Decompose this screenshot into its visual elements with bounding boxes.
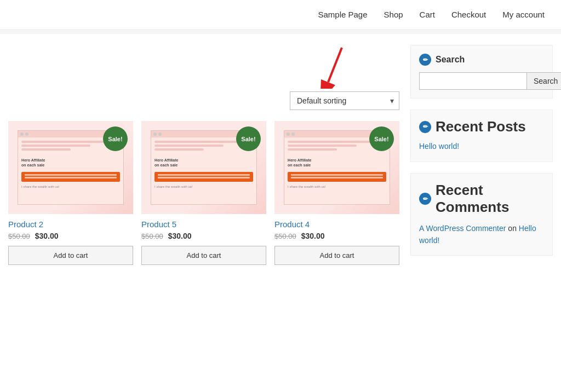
- price-old-2: $50.00: [8, 232, 30, 240]
- recent-comments-title: ✏ Recent Comments: [419, 182, 544, 216]
- svg-line-1: [328, 48, 342, 82]
- product-name-2[interactable]: Product 2: [8, 220, 133, 229]
- comment-on-word: on: [508, 224, 517, 233]
- nav-shop[interactable]: Shop: [384, 10, 403, 19]
- sale-badge-4: Sale!: [369, 126, 394, 151]
- product-price-5: $50.00 $30.00: [141, 232, 266, 240]
- product-card-5: Hero Affiliateon each sale I share the w…: [141, 121, 266, 265]
- search-pencil-icon: ✏: [419, 54, 431, 66]
- nav-cart[interactable]: Cart: [420, 10, 435, 19]
- nav-sample-page[interactable]: Sample Page: [318, 10, 367, 19]
- products-grid: Hero Affiliateon each sale I share the w…: [8, 121, 399, 265]
- product-name-5[interactable]: Product 5: [141, 220, 266, 229]
- price-new-2: $30.00: [35, 232, 59, 240]
- search-button[interactable]: Search: [527, 72, 561, 90]
- search-widget: ✏ Search Search: [410, 45, 553, 99]
- gray-divider: [0, 30, 561, 34]
- search-row: Search: [419, 72, 544, 90]
- product-image-2: Hero Affiliateon each sale I share the w…: [8, 121, 133, 214]
- product-card-2: Hero Affiliateon each sale I share the w…: [8, 121, 133, 265]
- add-to-cart-button-4[interactable]: Add to cart: [274, 246, 399, 265]
- red-arrow-icon: [317, 45, 350, 89]
- search-widget-title: ✏ Search: [419, 54, 544, 66]
- product-image-4: Hero Affiliateon each sale I share the w…: [274, 121, 399, 214]
- product-card-4: Hero Affiliateon each sale I share the w…: [274, 121, 399, 265]
- sale-badge-2: Sale!: [103, 126, 128, 151]
- content-area: Default sorting Sort by popularity Sort …: [8, 45, 399, 267]
- recent-posts-title: ✏ Recent Posts: [419, 118, 544, 135]
- recent-comments-title-label: Recent Comments: [436, 182, 544, 216]
- nav-my-account[interactable]: My account: [502, 10, 545, 19]
- product-image-5: Hero Affiliateon each sale I share the w…: [141, 121, 266, 214]
- price-old-5: $50.00: [141, 232, 163, 240]
- arrow-container: [8, 45, 399, 89]
- price-new-4: $30.00: [301, 232, 325, 240]
- top-navigation: Sample Page Shop Cart Checkout My accoun…: [0, 0, 561, 30]
- recent-comments-widget: ✏ Recent Comments A WordPress Commenter …: [410, 173, 553, 256]
- recent-posts-pencil-icon: ✏: [419, 121, 431, 133]
- product-price-2: $50.00 $30.00: [8, 232, 133, 240]
- product-price-4: $50.00 $30.00: [274, 232, 399, 240]
- recent-posts-widget: ✏ Recent Posts Hello world!: [410, 109, 553, 162]
- recent-comments-pencil-icon: ✏: [419, 193, 431, 205]
- sale-badge-5: Sale!: [236, 126, 261, 151]
- comment-text: A WordPress Commenter on Hello world!: [419, 222, 544, 247]
- comment-author-link[interactable]: A WordPress Commenter: [419, 224, 506, 233]
- sort-select[interactable]: Default sorting Sort by popularity Sort …: [290, 91, 399, 110]
- add-to-cart-button-2[interactable]: Add to cart: [8, 246, 133, 265]
- product-name-4[interactable]: Product 4: [274, 220, 399, 229]
- recent-post-hello-world[interactable]: Hello world!: [419, 142, 544, 151]
- add-to-cart-button-5[interactable]: Add to cart: [141, 246, 266, 265]
- nav-checkout[interactable]: Checkout: [451, 10, 486, 19]
- recent-posts-title-label: Recent Posts: [436, 118, 526, 135]
- sorting-bar: Default sorting Sort by popularity Sort …: [8, 91, 399, 110]
- search-input[interactable]: [419, 72, 527, 90]
- sidebar: ✏ Search Search ✏ Recent Posts Hello wor…: [410, 45, 553, 267]
- sort-select-wrapper: Default sorting Sort by popularity Sort …: [290, 91, 399, 110]
- search-title-label: Search: [436, 55, 465, 65]
- main-wrapper: Default sorting Sort by popularity Sort …: [0, 34, 561, 278]
- price-old-4: $50.00: [274, 232, 296, 240]
- price-new-5: $30.00: [168, 232, 192, 240]
